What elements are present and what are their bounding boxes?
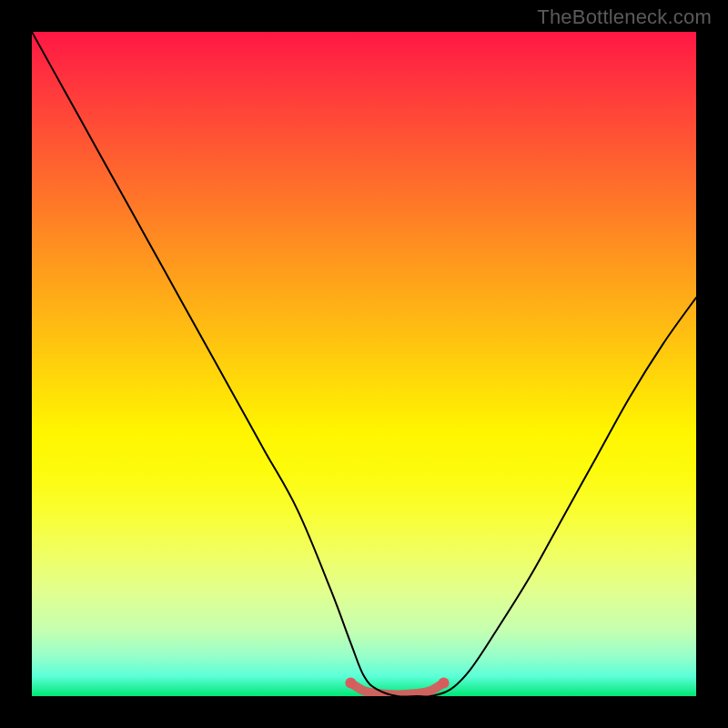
curve-highlight (350, 682, 443, 694)
highlight-start-dot (345, 677, 356, 688)
chart-svg (32, 32, 696, 696)
highlight-end-dot (439, 677, 450, 688)
curve-main (32, 32, 696, 696)
watermark-text: TheBottleneck.com (537, 5, 712, 29)
chart-plot-area (32, 32, 696, 696)
